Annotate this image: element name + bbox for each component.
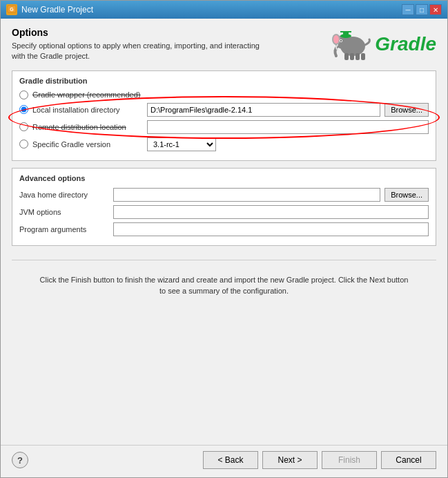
program-arguments-label: Program arguments — [19, 225, 109, 233]
remote-label: Remote distribution location — [32, 123, 143, 131]
button-bar: ? < Back Next > Finish Cancel — [1, 445, 447, 477]
window-title: New Gradle Project — [21, 5, 93, 15]
java-home-row: Java home directory Browse... — [19, 188, 429, 202]
page-title: Options — [12, 27, 331, 38]
gradle-logo: Gradle — [331, 27, 436, 61]
finish-button[interactable]: Finish — [322, 451, 377, 469]
local-radio-row: Local installation directory Browse... — [19, 103, 429, 117]
maximize-button[interactable]: □ — [416, 4, 428, 15]
minimize-button[interactable]: ─ — [402, 4, 414, 15]
distribution-section-title: Gradle distribution — [19, 77, 429, 85]
svg-rect-8 — [344, 53, 349, 60]
title-buttons: ─ □ ✕ — [402, 4, 442, 15]
advanced-section-title: Advanced options — [19, 174, 429, 182]
program-arguments-input[interactable] — [113, 222, 429, 236]
remote-radio[interactable] — [19, 122, 28, 131]
header-section: Options Specify optional options to appl… — [12, 27, 436, 62]
java-home-browse-button[interactable]: Browse... — [384, 188, 429, 202]
svg-rect-14 — [340, 31, 351, 32]
cancel-button[interactable]: Cancel — [381, 451, 436, 469]
local-radio[interactable] — [19, 105, 28, 114]
wrapper-radio-row: Gradle wrapper (recommended) — [19, 90, 429, 99]
wrapper-radio[interactable] — [19, 90, 28, 99]
spacer — [12, 304, 436, 437]
local-browse-button[interactable]: Browse... — [384, 103, 429, 117]
close-button[interactable]: ✕ — [429, 4, 442, 15]
java-home-label: Java home directory — [19, 191, 109, 199]
main-content: Options Specify optional options to appl… — [1, 19, 447, 445]
svg-rect-11 — [361, 53, 365, 60]
jvm-options-row: JVM options — [19, 205, 429, 219]
back-button[interactable]: < Back — [203, 451, 258, 469]
svg-rect-10 — [356, 53, 360, 60]
advanced-options-section: Advanced options Java home directory Bro… — [12, 168, 436, 246]
svg-text:G: G — [10, 7, 14, 12]
svg-point-5 — [333, 35, 339, 44]
header-text: Options Specify optional options to appl… — [12, 27, 331, 62]
next-button[interactable]: Next > — [262, 451, 318, 469]
title-bar: G New Gradle Project ─ □ ✕ — [1, 1, 447, 19]
svg-rect-13 — [343, 32, 349, 37]
divider — [12, 260, 436, 260]
gradle-elephant-icon — [331, 27, 372, 61]
jvm-options-label: JVM options — [19, 208, 109, 216]
java-home-input[interactable] — [113, 188, 380, 202]
wrapper-label: Gradle wrapper (recommended) — [32, 90, 143, 99]
info-text: Click the Finish button to finish the wi… — [12, 274, 436, 297]
svg-rect-9 — [350, 53, 354, 60]
gradle-brand-text: Gradle — [375, 33, 436, 55]
page-description: Specify optional options to apply when c… — [12, 41, 260, 62]
local-directory-input[interactable] — [147, 103, 380, 117]
svg-point-7 — [340, 40, 342, 41]
local-label: Local installation directory — [32, 106, 143, 114]
specific-version-label: Specific Gradle version — [32, 140, 143, 149]
help-button[interactable]: ? — [12, 452, 28, 468]
window-icon: G — [6, 4, 17, 15]
distribution-section: Gradle distribution Gradle wrapper (reco… — [12, 70, 436, 161]
window: G New Gradle Project ─ □ ✕ Options Speci… — [0, 0, 448, 478]
remote-radio-row: Remote distribution location — [19, 120, 429, 134]
gradle-version-dropdown[interactable]: 3.1-rc-1 3.0 2.14.1 2.14 2.13 — [147, 137, 216, 151]
specific-version-radio[interactable] — [19, 140, 28, 149]
nav-buttons: < Back Next > Finish Cancel — [203, 451, 436, 469]
jvm-options-input[interactable] — [113, 205, 429, 219]
program-arguments-row: Program arguments — [19, 222, 429, 236]
title-bar-left: G New Gradle Project — [6, 4, 93, 15]
specific-version-radio-row: Specific Gradle version 3.1-rc-1 3.0 2.1… — [19, 137, 429, 151]
remote-url-input[interactable] — [147, 120, 429, 134]
